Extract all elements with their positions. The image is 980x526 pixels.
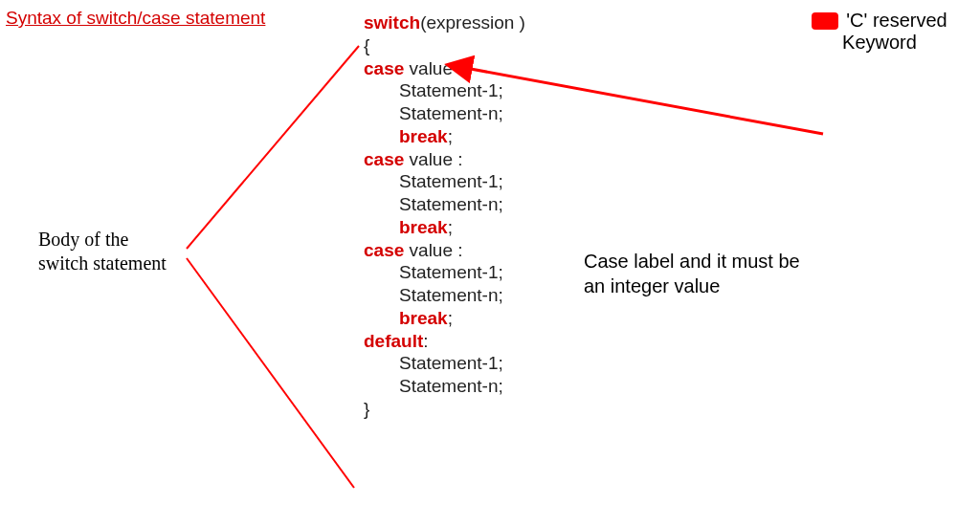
code-line: case value :	[364, 239, 525, 262]
code-line: Statement-1;	[364, 79, 525, 102]
code-line: case value	[364, 57, 525, 80]
code-text: value	[404, 58, 453, 78]
code-text: Statement-n;	[399, 376, 503, 396]
code-line: default:	[364, 330, 525, 353]
code-line: break;	[364, 307, 525, 330]
case-label-line1: Case label and it must be	[584, 249, 833, 274]
code-line: Statement-1;	[364, 352, 525, 375]
code-text: value :	[404, 240, 462, 260]
code-line: switch(expression )	[364, 11, 525, 34]
case-label-line2: an integer value	[584, 274, 833, 298]
code-line: }	[364, 398, 525, 421]
code-text: }	[364, 399, 369, 419]
code-text: Statement-1;	[399, 262, 503, 282]
kw-break: break	[399, 308, 448, 328]
code-line: {	[364, 34, 525, 57]
code-text: {	[364, 35, 369, 55]
code-text: Statement-n;	[399, 103, 503, 123]
code-text: Statement-n;	[399, 285, 503, 305]
code-text: :	[423, 331, 428, 351]
code-text: ;	[448, 126, 453, 146]
kw-case: case	[364, 58, 404, 78]
code-text: Statement-1;	[399, 171, 503, 191]
code-line: Statement-1;	[364, 170, 525, 193]
bracket-line-bottom	[187, 258, 354, 488]
code-text: ;	[448, 308, 453, 328]
code-text: Statement-n;	[399, 194, 503, 214]
body-label-line1: Body of the	[38, 228, 191, 252]
code-text: (expression )	[420, 12, 525, 33]
diagram-title: Syntax of switch/case statement	[6, 8, 265, 29]
body-label-line2: switch statement	[38, 252, 191, 275]
code-line: Statement-n;	[364, 284, 525, 307]
kw-case: case	[364, 240, 404, 260]
code-text: Statement-1;	[399, 80, 503, 100]
code-block: switch(expression ) { case value Stateme…	[364, 11, 525, 421]
body-label: Body of the switch statement	[38, 228, 191, 275]
legend-swatch	[812, 12, 838, 30]
kw-default: default	[364, 331, 423, 351]
code-text: ;	[448, 217, 453, 237]
kw-case: case	[364, 149, 404, 169]
code-line: break;	[364, 125, 525, 148]
legend: 'C' reserved Keyword	[808, 10, 951, 54]
legend-text-line2: Keyword	[808, 32, 951, 54]
code-line: Statement-n;	[364, 375, 525, 398]
bracket-line-top	[187, 46, 359, 249]
kw-break: break	[399, 126, 448, 146]
code-text: value :	[404, 149, 462, 169]
code-line: Statement-n;	[364, 193, 525, 216]
code-line: Statement-n;	[364, 102, 525, 125]
kw-switch: switch	[364, 12, 420, 33]
kw-break: break	[399, 217, 448, 237]
case-label: Case label and it must be an integer val…	[584, 249, 833, 298]
code-line: case value :	[364, 148, 525, 171]
code-line: break;	[364, 216, 525, 239]
code-text: Statement-1;	[399, 353, 503, 373]
legend-text-line1: 'C' reserved	[846, 10, 947, 32]
code-line: Statement-1;	[364, 261, 525, 284]
